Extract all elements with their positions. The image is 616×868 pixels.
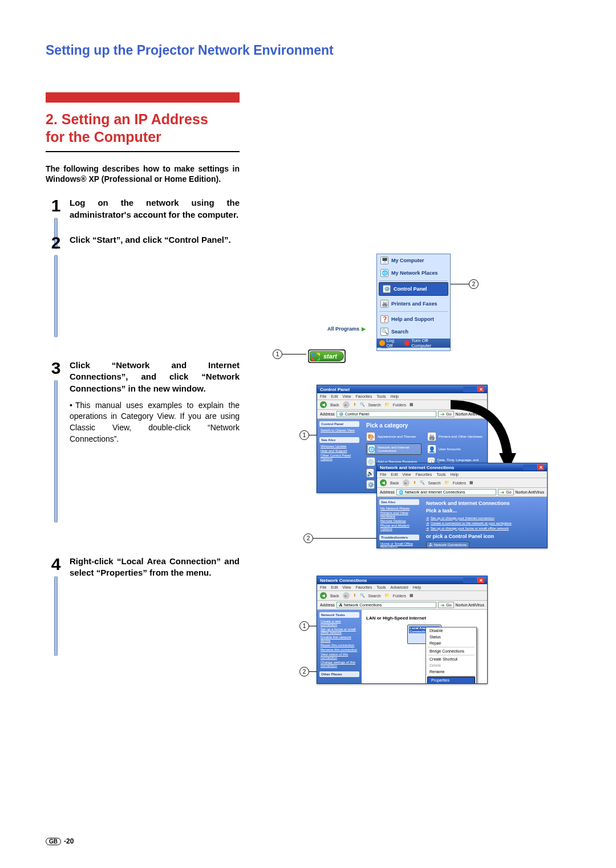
go-button[interactable]: ➔Go <box>438 411 453 417</box>
maximize-button[interactable] <box>530 464 537 470</box>
menu-item[interactable]: Favorites <box>355 585 372 589</box>
close-button[interactable]: ✕ <box>537 464 544 470</box>
menu-item[interactable]: Tools <box>436 472 445 476</box>
menu-item[interactable]: View <box>402 472 411 476</box>
step-number: 1 <box>51 197 61 214</box>
menu-item[interactable]: Advanced <box>391 585 408 589</box>
menu-item[interactable]: View <box>342 585 351 589</box>
sidebar-link[interactable]: Phone and Modem Options <box>379 523 419 531</box>
search-icon[interactable]: 🔍 <box>360 402 365 407</box>
minimize-button[interactable] <box>463 386 470 392</box>
address-input[interactable]: ⚙️ Control Panel <box>337 411 437 417</box>
ctx-item[interactable]: Rename <box>426 669 476 675</box>
ctx-item[interactable]: Repair <box>426 640 476 646</box>
menu-item[interactable]: Help <box>391 394 399 398</box>
maximize-button[interactable] <box>470 386 477 392</box>
sidebar-link[interactable]: Create a new connection <box>319 619 359 627</box>
minimize-button[interactable] <box>463 577 470 583</box>
go-button[interactable]: ➔Go <box>498 489 513 495</box>
up-icon[interactable]: ⬆ <box>413 480 416 485</box>
step-number: 3 <box>51 360 61 377</box>
content-pane: LAN or High-Speed Internet Local Area Co… <box>362 610 487 683</box>
category-item[interactable]: 🎨Appearance and Themes <box>366 432 422 441</box>
ctx-item[interactable]: Bridge Connections <box>426 648 476 654</box>
item-label: Printers and Faxes <box>391 301 437 307</box>
sidebar-link[interactable]: Remote Desktop <box>379 519 419 523</box>
menu-item[interactable]: Edit <box>391 472 398 476</box>
category-item[interactable]: 🖨️Printers and Other Hardware <box>427 432 483 441</box>
sidebar-link[interactable]: Change settings of this connection <box>319 660 359 668</box>
forward-button[interactable]: ► <box>343 592 350 599</box>
menu-item[interactable]: Tools <box>376 394 386 398</box>
folders-icon[interactable]: 📁 <box>384 402 390 407</box>
menu-item[interactable]: Edit <box>331 394 338 398</box>
sidebar-link[interactable]: Repair this connection <box>319 643 359 647</box>
task-link[interactable]: ➔Create a connection to the network at y… <box>426 521 542 525</box>
step-pipe-icon <box>54 255 58 337</box>
category-item[interactable]: 👤User Accounts <box>427 443 483 455</box>
log-off-button[interactable]: Log Off <box>379 338 401 348</box>
menu-item[interactable]: Favorites <box>355 394 372 398</box>
address-input[interactable]: 🌐 Network and Internet Connections <box>396 489 497 495</box>
sidebar-link[interactable]: Rename this connection <box>319 647 359 652</box>
sidebar-link[interactable]: Other Control Panel Options <box>319 453 359 461</box>
views-icon[interactable]: ▦ <box>469 480 473 485</box>
start-button[interactable]: start <box>310 351 344 361</box>
ctx-item[interactable]: Create Shortcut <box>426 656 476 662</box>
turn-off-button[interactable]: Turn Off Computer <box>404 338 448 348</box>
menu-item[interactable]: File <box>320 585 326 589</box>
ctx-item[interactable]: Disable <box>426 627 476 634</box>
sidebar-link-switch-view[interactable]: Switch to Classic View <box>319 428 359 433</box>
start-menu-item[interactable]: 🖨️Printers and Faxes <box>377 298 450 310</box>
close-button[interactable]: ✕ <box>477 386 484 392</box>
menu-item[interactable]: Favorites <box>415 472 432 476</box>
task-link[interactable]: ➔Set up or change your Internet connecti… <box>426 516 542 520</box>
address-bar: Address 🖧 Network Connections ➔Go Norton… <box>317 601 487 610</box>
all-programs[interactable]: All Programs ▶ <box>327 326 366 332</box>
sidebar-link[interactable]: Windows Update <box>319 444 359 449</box>
up-icon[interactable]: ⬆ <box>353 402 356 407</box>
menu-item[interactable]: Tools <box>376 585 386 589</box>
back-button[interactable]: ◄ <box>320 401 327 408</box>
menu-item[interactable]: Edit <box>331 585 338 589</box>
back-button[interactable]: ◄ <box>320 592 327 599</box>
menu-item[interactable]: View <box>342 394 351 398</box>
views-icon[interactable]: ▦ <box>410 402 414 407</box>
task-link[interactable]: ➔Set up or change your home or small off… <box>426 526 542 530</box>
folders-icon[interactable]: 📁 <box>384 593 390 598</box>
sidebar-link[interactable]: My Network Places <box>379 506 419 511</box>
sidebar-link[interactable]: Help and Support <box>319 449 359 453</box>
start-menu-item[interactable]: 🌐My Network Places <box>377 267 450 279</box>
sidebar-link[interactable]: View status of this connection <box>319 652 359 660</box>
sidebar-link[interactable]: Home or Small Office Networking <box>379 541 419 548</box>
start-menu-control-panel[interactable]: ⚙️Control Panel <box>379 282 448 296</box>
search-icon[interactable]: 🔍 <box>420 480 425 485</box>
start-menu-item[interactable]: ❓Help and Support <box>377 313 450 325</box>
address-input[interactable]: 🖧 Network Connections <box>337 602 437 608</box>
window-network-internet: Network and Internet Connections ✕ File … <box>376 463 548 548</box>
ctx-item-properties[interactable]: Properties <box>427 677 475 683</box>
back-button[interactable]: ◄ <box>380 479 387 486</box>
start-menu-item[interactable]: 🖥️My Computer <box>377 254 450 267</box>
ctx-item[interactable]: Status <box>426 634 476 640</box>
sidebar-link[interactable]: Printers and Other Hardware <box>379 511 419 519</box>
menu-item[interactable]: File <box>320 394 326 398</box>
go-button[interactable]: ➔Go <box>438 602 453 608</box>
minimize-button[interactable] <box>523 464 530 470</box>
sidebar-link[interactable]: Disable this network device <box>319 635 359 643</box>
category-network-internet[interactable]: 🌐Network and Internet Connections <box>366 443 422 455</box>
menu-item[interactable]: Help <box>413 585 421 589</box>
close-button[interactable]: ✕ <box>477 577 484 583</box>
folders-icon[interactable]: 📁 <box>444 480 449 485</box>
forward-button[interactable]: ► <box>403 479 410 486</box>
network-connections-icon-item[interactable]: 🖧Network Connections <box>426 541 469 548</box>
up-icon[interactable]: ⬆ <box>353 593 356 598</box>
menu-item[interactable]: Help <box>451 472 459 476</box>
search-icon[interactable]: 🔍 <box>360 593 365 598</box>
forward-button[interactable]: ► <box>343 401 350 408</box>
menu-item[interactable]: File <box>380 472 386 476</box>
maximize-button[interactable] <box>470 577 477 583</box>
sidebar-link[interactable]: Set up a home or small office network <box>319 627 359 635</box>
views-icon[interactable]: ▦ <box>410 593 414 598</box>
start-menu-item[interactable]: 🔍Search <box>377 325 450 338</box>
